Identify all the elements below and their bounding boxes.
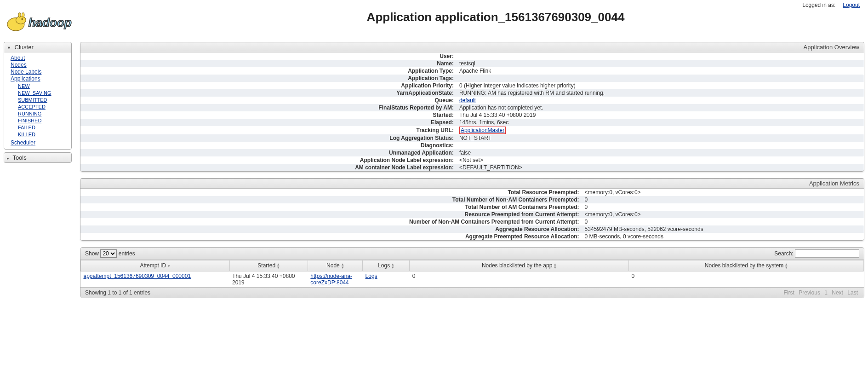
svg-point-4: [22, 13, 24, 17]
attempt-blk-app: 0: [410, 271, 629, 287]
attempt-id-link[interactable]: appattempt_1561367690309_0044_000001: [84, 273, 191, 279]
attempts-section: Show 20 entries Search: Attempt ID▾: [80, 247, 864, 298]
col-logs[interactable]: Logs▴▾: [363, 260, 410, 271]
metrics-nonam-ct-value: 0: [582, 196, 864, 203]
show-label: Show: [85, 250, 99, 257]
overview-nodelabel-value: <Not set>: [457, 156, 864, 164]
overview-tags-value: [457, 75, 864, 82]
metrics-res-cur-label: Resource Preempted from Current Attempt:: [80, 211, 582, 218]
application-metrics-section: Application Metrics Total Resource Preem…: [80, 178, 864, 241]
sidebar-cluster-header[interactable]: ▼ Cluster: [4, 42, 71, 52]
hadoop-logo: hadoop: [0, 8, 123, 39]
table-row: appattempt_1561367690309_0044_000001 Thu…: [81, 271, 864, 287]
metrics-header: Application Metrics: [80, 179, 864, 189]
overview-queue-link[interactable]: default: [459, 97, 476, 104]
attempt-blk-sys: 0: [629, 271, 864, 287]
sidebar-state-running[interactable]: RUNNING: [18, 111, 41, 116]
sidebar-link-applications[interactable]: Applications: [11, 75, 40, 82]
sidebar-state-new-saving[interactable]: NEW_SAVING: [18, 90, 51, 96]
metrics-agg-label: Aggregate Resource Allocation:: [80, 225, 582, 233]
overview-started-value: Thu Jul 4 15:33:40 +0800 2019: [457, 111, 864, 119]
pager-page-1[interactable]: 1: [824, 289, 828, 296]
overview-logagg-label: Log Aggregation Status:: [80, 134, 457, 142]
metrics-agg-value: 534592479 MB-seconds, 522062 vcore-secon…: [582, 225, 864, 233]
svg-text:hadoop: hadoop: [29, 16, 72, 29]
sort-icon: ▴▾: [342, 263, 344, 269]
chevron-right-icon: ▸: [7, 156, 9, 161]
sidebar-state-finished[interactable]: FINISHED: [18, 118, 41, 123]
sidebar-link-scheduler[interactable]: Scheduler: [11, 139, 35, 146]
overview-name-label: Name:: [80, 60, 457, 67]
overview-priority-label: Application Priority:: [80, 82, 457, 89]
pager: First Previous 1 Next Last: [782, 289, 859, 296]
overview-diag-label: Diagnostics:: [80, 142, 457, 149]
overview-tracking-label: Tracking URL:: [80, 126, 457, 134]
overview-name-value: testsql: [457, 60, 864, 67]
overview-started-label: Started:: [80, 111, 457, 119]
table-info: Showing 1 to 1 of 1 entries: [85, 289, 150, 296]
search-input[interactable]: [795, 249, 859, 258]
overview-diag-value: [457, 142, 864, 149]
logged-in-label: Logged in as:: [802, 2, 835, 8]
chevron-down-icon: ▼: [7, 46, 11, 50]
pager-last[interactable]: Last: [847, 289, 858, 296]
pager-first[interactable]: First: [784, 289, 794, 296]
overview-final-label: FinalStatus Reported by AM:: [80, 104, 457, 111]
sidebar-state-accepted[interactable]: ACCEPTED: [18, 104, 46, 110]
overview-unmanaged-label: Unmanaged Application:: [80, 149, 457, 156]
overview-yarnstate-label: YarnApplicationState:: [80, 89, 457, 97]
overview-header: Application Overview: [80, 42, 864, 52]
entries-select[interactable]: 20: [100, 249, 117, 258]
sort-icon: ▾: [168, 265, 170, 268]
metrics-am-ct-value: 0: [582, 203, 864, 211]
logout-link[interactable]: Logout: [843, 2, 860, 8]
metrics-nonam-cur-label: Number of Non-AM Containers Preempted fr…: [80, 218, 582, 225]
overview-apptype-value: Apache Flink: [457, 67, 864, 75]
page-title: Application application_1561367690309_00…: [123, 10, 868, 24]
sort-icon: ▴▾: [554, 263, 556, 269]
sidebar-tools-header[interactable]: ▸ Tools: [4, 153, 71, 162]
pager-next[interactable]: Next: [832, 289, 843, 296]
svg-point-3: [18, 13, 21, 17]
attempt-started: Thu Jul 4 15:33:40 +0800 2019: [229, 271, 308, 287]
metrics-nonam-cur-value: 0: [582, 218, 864, 225]
application-overview-section: Application Overview User: Name: testsql…: [80, 42, 864, 172]
metrics-agg-pre-label: Aggregate Preempted Resource Allocation:: [80, 233, 582, 240]
col-attempt-id[interactable]: Attempt ID▾: [81, 260, 230, 271]
overview-apptype-label: Application Type:: [80, 67, 457, 75]
overview-tags-label: Application Tags:: [80, 75, 457, 82]
sidebar-state-submitted[interactable]: SUBMITTED: [18, 97, 47, 103]
sidebar-tools-label: Tools: [12, 154, 26, 161]
overview-amlabel-label: AM container Node Label expression:: [80, 164, 457, 171]
overview-nodelabel-label: Application Node Label expression:: [80, 156, 457, 164]
sidebar-link-node-labels[interactable]: Node Labels: [11, 69, 41, 75]
overview-unmanaged-value: false: [457, 149, 864, 156]
col-blk-sys[interactable]: Nodes blacklisted by the system▴▾: [629, 260, 864, 271]
sidebar-state-failed[interactable]: FAILED: [18, 125, 35, 130]
pager-prev[interactable]: Previous: [799, 289, 820, 296]
attempt-node-link[interactable]: https://node-ana-coreZxDP:8044: [310, 273, 352, 286]
sidebar-link-nodes[interactable]: Nodes: [11, 62, 27, 68]
overview-yarnstate-value: RUNNING: AM has registered with RM and s…: [457, 89, 864, 97]
overview-queue-label: Queue:: [80, 97, 457, 104]
overview-user-value: [457, 52, 864, 60]
sidebar-state-new[interactable]: NEW: [18, 83, 30, 89]
entries-label: entries: [119, 250, 135, 257]
sort-icon: ▴▾: [277, 263, 280, 269]
overview-amlabel-value: <DEFAULT_PARTITION>: [457, 164, 864, 171]
attempt-logs-link[interactable]: Logs: [365, 273, 377, 279]
metrics-agg-pre-value: 0 MB-seconds, 0 vcore-seconds: [582, 233, 864, 240]
overview-priority-value: 0 (Higher Integer value indicates higher…: [457, 82, 864, 89]
sidebar-link-about[interactable]: About: [11, 55, 25, 61]
tracking-url-link[interactable]: ApplicationMaster: [461, 127, 504, 133]
overview-elapsed-label: Elapsed:: [80, 119, 457, 126]
sidebar-state-killed[interactable]: KILLED: [18, 132, 35, 137]
overview-final-value: Application has not completed yet.: [457, 104, 864, 111]
metrics-res-cur-value: <memory:0, vCores:0>: [582, 211, 864, 218]
overview-user-label: User:: [80, 52, 457, 60]
overview-logagg-value: NOT_START: [457, 134, 864, 142]
metrics-am-ct-label: Total Number of AM Containers Preempted:: [80, 203, 582, 211]
col-started[interactable]: Started▴▾: [229, 260, 308, 271]
col-node[interactable]: Node▴▾: [308, 260, 362, 271]
col-blk-app[interactable]: Nodes blacklisted by the app▴▾: [410, 260, 629, 271]
